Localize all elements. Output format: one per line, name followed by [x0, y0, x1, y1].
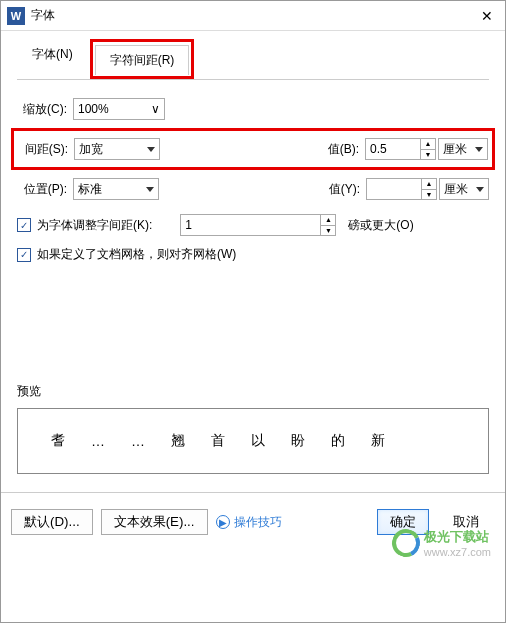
app-icon: W	[7, 7, 25, 25]
spin-down-icon[interactable]: ▼	[421, 150, 435, 160]
spacing-label: 间距(S):	[18, 141, 74, 158]
watermark-url: www.xz7.com	[424, 546, 491, 558]
caret-down-icon	[147, 147, 155, 152]
spin-down-icon[interactable]: ▼	[321, 226, 335, 236]
divider	[1, 492, 505, 493]
preview-char: 翘	[171, 432, 185, 450]
spacing-select[interactable]: 加宽	[74, 138, 160, 160]
kerning-checkbox[interactable]: ✓	[17, 218, 31, 232]
scale-label: 缩放(C):	[17, 101, 73, 118]
tab-spacing[interactable]: 字符间距(R)	[95, 45, 190, 75]
position-val-spinner[interactable]: ▲ ▼	[366, 178, 437, 200]
spacing-unit: 厘米	[443, 141, 467, 158]
spacing-val-input[interactable]	[365, 138, 420, 160]
preview-box: 耆……翘首以盼的新	[17, 408, 489, 474]
text-effects-button[interactable]: 文本效果(E)...	[101, 509, 208, 535]
play-icon: ▶	[216, 515, 230, 529]
position-val-label: 值(Y):	[318, 181, 366, 198]
position-select[interactable]: 标准	[73, 178, 159, 200]
preview-char: 的	[331, 432, 345, 450]
cancel-button[interactable]: 取消	[437, 509, 495, 535]
spacing-val-spinner[interactable]: ▲ ▼	[365, 138, 436, 160]
preview-char: 盼	[291, 432, 305, 450]
tips-link[interactable]: ▶ 操作技巧	[216, 514, 282, 531]
position-value: 标准	[78, 181, 102, 198]
tips-label: 操作技巧	[234, 514, 282, 531]
chevron-down-icon: ∨	[151, 102, 160, 116]
highlight-tab: 字符间距(R)	[90, 39, 195, 79]
grid-label: 如果定义了文档网格，则对齐网格(W)	[37, 246, 236, 263]
preview-char: 耆	[51, 432, 65, 450]
spacing-value: 加宽	[79, 141, 103, 158]
caret-down-icon	[476, 187, 484, 192]
preview-char: 首	[211, 432, 225, 450]
tab-font[interactable]: 字体(N)	[17, 39, 88, 79]
highlight-spacing-row: 间距(S): 加宽 值(B): ▲ ▼ 厘米	[11, 128, 495, 170]
preview-char: 新	[371, 432, 385, 450]
window-title: 字体	[31, 7, 475, 24]
kerning-spinner[interactable]: ▲ ▼	[180, 214, 336, 236]
default-button[interactable]: 默认(D)...	[11, 509, 93, 535]
caret-down-icon	[146, 187, 154, 192]
position-unit: 厘米	[444, 181, 468, 198]
position-label: 位置(P):	[17, 181, 73, 198]
grid-checkbox[interactable]: ✓	[17, 248, 31, 262]
spacing-unit-select[interactable]: 厘米	[438, 138, 488, 160]
kerning-input[interactable]	[180, 214, 320, 236]
position-val-input[interactable]	[366, 178, 421, 200]
ok-button[interactable]: 确定	[377, 509, 429, 535]
spin-up-icon[interactable]: ▲	[422, 179, 436, 190]
position-unit-select[interactable]: 厘米	[439, 178, 489, 200]
kerning-label: 为字体调整字间距(K):	[37, 217, 152, 234]
kerning-suffix: 磅或更大(O)	[348, 217, 413, 234]
caret-down-icon	[475, 147, 483, 152]
preview-char: …	[131, 433, 145, 449]
scale-value: 100%	[78, 102, 109, 116]
spin-up-icon[interactable]: ▲	[321, 215, 335, 226]
preview-char: …	[91, 433, 105, 449]
spin-down-icon[interactable]: ▼	[422, 190, 436, 200]
close-icon[interactable]: ✕	[475, 8, 499, 24]
spacing-val-label: 值(B):	[317, 141, 365, 158]
preview-char: 以	[251, 432, 265, 450]
spin-up-icon[interactable]: ▲	[421, 139, 435, 150]
preview-label: 预览	[17, 383, 489, 400]
scale-select[interactable]: 100% ∨	[73, 98, 165, 120]
